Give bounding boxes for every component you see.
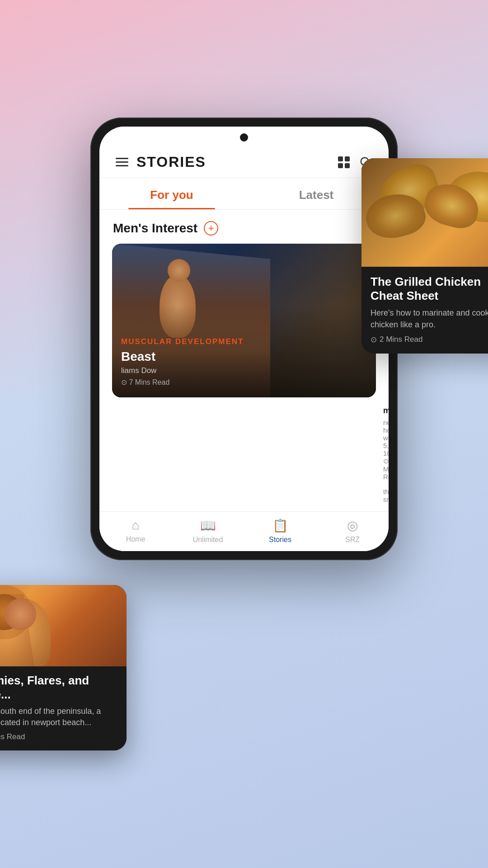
section-title-row: Men's Interest + <box>113 221 218 236</box>
camera-dot <box>240 133 248 142</box>
nav-srz[interactable]: ◎ SRZ <box>316 518 389 544</box>
clock-icon: ⊙ <box>371 335 377 344</box>
surfer-image <box>0 585 127 666</box>
phone-device: STORIES <box>90 118 398 560</box>
nav-stories[interactable]: 📋 Stories <box>244 518 316 544</box>
nav-unlimited-label: Unlimited <box>193 536 223 544</box>
article-info: mp ne, how win? 5, 10?... ⊙ 7 Mins Read <box>383 406 389 481</box>
article-item[interactable]: mp ne, how win? 5, 10?... ⊙ 7 Mins Read <box>112 406 376 481</box>
nav-srz-label: SRZ <box>345 536 360 544</box>
card-read-time: ⊙ 7 Mins Read <box>121 378 371 387</box>
bottom-nav: ⌂ Home 📖 Unlimited 📋 Stories ◎ SRZ <box>99 511 389 551</box>
chicken-card-description: Here's how to marinate and cook chicken … <box>371 307 488 330</box>
chicken-image <box>361 158 488 267</box>
camera-bar <box>99 127 389 145</box>
article-read-time: ⊙ 7 Mins Read <box>383 457 389 481</box>
add-section-button[interactable]: + <box>204 221 218 236</box>
card-title: Beast <box>121 349 371 364</box>
chicken-card-read-time: ⊙ 2 Mins Read <box>371 335 488 344</box>
section-title: Men's Interest <box>113 221 197 236</box>
nav-home[interactable]: ⌂ Home <box>99 518 172 544</box>
section-header: Men's Interest + → <box>99 210 389 244</box>
card-subtitle: liams Dow <box>121 366 371 375</box>
main-article-card[interactable]: MUSCULAR DEVELOPMENT Beast liams Dow ⊙ 7… <box>112 244 376 397</box>
surfer-card-description: At the south end of the peninsula, a wav… <box>0 706 117 728</box>
stories-icon: 📋 <box>272 518 288 533</box>
article-info: their smoke <box>383 488 389 503</box>
nav-home-label: Home <box>126 535 145 543</box>
tab-for-you[interactable]: For you <box>99 178 244 209</box>
card-category: MUSCULAR DEVELOPMENT <box>121 337 371 346</box>
surfer-card-title: Foamies, Flares, and More... <box>0 674 117 702</box>
surfer-card-text: Foamies, Flares, and More... At the sout… <box>0 666 127 750</box>
unlimited-icon: 📖 <box>200 518 216 533</box>
article-meta: their smoke <box>383 488 389 503</box>
grid-icon[interactable] <box>338 156 350 168</box>
chicken-card-text: The Grilled Chicken Cheat Sheet Here's h… <box>361 267 488 354</box>
tabs-bar: For you Latest <box>99 178 389 210</box>
articles-list: mp ne, how win? 5, 10?... ⊙ 7 Mins Read … <box>99 397 389 511</box>
article-title: mp <box>383 406 389 416</box>
menu-icon[interactable] <box>116 158 128 166</box>
article-item[interactable]: their smoke <box>112 488 376 503</box>
chicken-card-title: The Grilled Chicken Cheat Sheet <box>371 275 488 303</box>
card-text-overlay: MUSCULAR DEVELOPMENT Beast liams Dow ⊙ 7… <box>121 337 371 387</box>
srz-icon: ◎ <box>347 518 358 533</box>
home-icon: ⌂ <box>132 518 140 533</box>
floating-chicken-card[interactable]: The Grilled Chicken Cheat Sheet Here's h… <box>361 158 488 354</box>
nav-stories-label: Stories <box>269 536 291 544</box>
phone-screen: STORIES <box>99 127 389 551</box>
article-meta: ne, how win? 5, 10?... <box>383 419 389 457</box>
phone-frame: STORIES <box>90 118 398 560</box>
floating-surfer-card[interactable]: Foamies, Flares, and More... At the sout… <box>0 585 127 750</box>
app-header: STORIES <box>99 145 389 178</box>
main-card-image: MUSCULAR DEVELOPMENT Beast liams Dow ⊙ 7… <box>112 244 376 397</box>
surfer-card-read-time: ⊙ 5 Mins Read <box>0 732 117 741</box>
app-title: STORIES <box>136 154 206 170</box>
nav-unlimited[interactable]: 📖 Unlimited <box>172 518 244 544</box>
header-left: STORIES <box>116 154 206 170</box>
